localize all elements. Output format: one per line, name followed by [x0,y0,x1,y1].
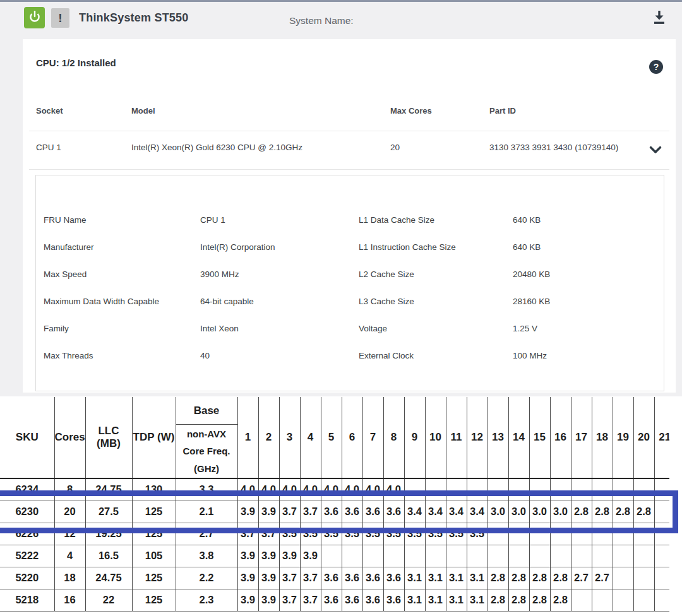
spec-row-5220: 52201824.751252.23.93.93.73.73.63.63.63.… [0,567,669,589]
cpu-row-part-id: 3130 3733 3931 3430 (10739140) [489,143,618,152]
help-button[interactable]: ? [649,60,663,74]
spec-cell: 3.7 [279,567,300,589]
spec-cell: 125 [132,567,176,589]
spec-cell: 3.5 [404,523,425,545]
warning-status-button[interactable]: ! [51,8,69,28]
spec-cell [488,478,508,500]
spec-cell: 3.5 [446,523,467,545]
spec-cell: 3.9 [279,545,300,567]
cpu-row[interactable]: CPU 1 Intel(R) Xeon(R) Gold 6230 CPU @ 2… [23,143,676,157]
spec-cell [508,478,529,500]
spec-cell: 3.5 [383,523,404,545]
spec-cell [592,523,613,545]
spec-header-tdp: TDP (W) [132,397,176,478]
cpu-inventory-card: CPU: 1/2 Installed ? Socket Model Max Co… [23,39,676,393]
spec-cell: 4 [54,545,85,567]
spec-cell: 3.1 [404,589,425,611]
topbar: ! ThinkSystem ST550 System Name: [0,2,682,36]
spec-cell: 125 [132,500,176,523]
spec-col-header: 17 [571,397,592,478]
spec-cell [362,545,383,567]
power-button[interactable] [24,7,45,28]
spec-cell: 16.5 [85,545,132,567]
spec-cell: 3.7 [300,567,321,589]
detail-row: Voltage1.25 V [36,316,664,343]
spec-col-header: 1 [237,397,258,478]
detail-label: L1 Instruction Cache Size [359,242,456,252]
spec-cell: 2.8 [550,567,571,589]
spec-cell: 2.8 [488,567,508,589]
spec-cell: 19.25 [85,523,132,545]
spec-cell: 3.4 [446,500,467,523]
spec-cell: 3.9 [258,500,279,523]
spec-cell: 4.0 [237,478,258,500]
spec-cell [467,478,488,500]
spec-cell: 2.8 [633,500,654,523]
spec-cell: 2.7 [571,567,592,589]
spec-col-header: 3 [279,397,300,478]
spec-cell: 4.0 [258,478,279,500]
spec-cell: 18 [54,567,85,589]
spec-cell [571,478,592,500]
spec-cell: 3.9 [258,589,279,611]
spec-cell: 3.6 [321,567,342,589]
spec-cell: 3.9 [237,545,258,567]
spec-cell: 4.0 [321,478,342,500]
cpu-row-model: Intel(R) Xeon(R) Gold 6230 CPU @ 2.10GHz [131,143,302,152]
spec-cell: 3.7 [300,589,321,611]
spec-cell [446,478,467,500]
spec-cell: 3.0 [488,500,508,523]
spec-cell [550,478,571,500]
spec-cell [529,523,550,545]
spec-cell [633,478,654,500]
spec-cell: 3.7 [237,523,258,545]
spec-cell [550,523,571,545]
spec-col-header: 14 [508,397,529,478]
spec-col-header: 10 [425,397,446,478]
spec-cell: 2.8 [550,589,571,611]
spec-cell: 3.9 [300,545,321,567]
detail-row: External Clock100 MHz [36,343,664,370]
spec-cell [613,545,633,567]
spec-cell: 3.5 [342,523,362,545]
spec-cell: 16 [54,589,85,611]
spec-cell [592,589,613,611]
spec-cell [613,589,633,611]
spec-cell: 105 [132,545,176,567]
column-header-part-id: Part ID [489,106,516,116]
spec-cell [550,545,571,567]
spec-cell: 3.6 [383,500,404,523]
spec-cell: 3.6 [342,500,362,523]
spec-cell [446,545,467,567]
spec-row-6230: 62302027.51252.13.93.93.73.73.63.63.63.6… [0,500,669,523]
spec-cell: 3.7 [279,589,300,611]
spec-cell [404,545,425,567]
spec-cell [633,589,654,611]
spec-col-header: 5 [321,397,342,478]
spec-header-sku: SKU [0,397,54,478]
spec-cell [592,478,613,500]
spec-cell: 2.8 [613,500,633,523]
spec-cell [633,545,654,567]
spec-col-header: 21 [654,397,669,478]
spec-cell: 3.1 [467,567,488,589]
spec-cell: 3.6 [321,589,342,611]
spec-cell: 130 [132,478,176,500]
spec-cell [654,500,669,523]
column-header-model: Model [131,106,155,116]
spec-cell [592,545,613,567]
detail-value: 1.25 V [513,324,537,333]
spec-header-base-label: Base [176,397,237,425]
spec-cell: 6226 [0,523,54,545]
spec-cell: 2.1 [176,500,237,523]
spec-cell: 3.6 [342,567,362,589]
detail-label: Voltage [359,324,387,333]
detail-label: L3 Cache Size [359,297,414,306]
spec-cell [613,478,633,500]
details-right-column: L1 Data Cache Size640 KBL1 Instruction C… [36,207,664,370]
download-button[interactable] [650,9,669,29]
spec-row-6234: 6234824.751303.34.04.04.04.04.04.04.04.0 [0,478,669,500]
collapse-row-button[interactable] [649,145,662,154]
spec-cell: 3.5 [321,523,342,545]
detail-row: L1 Instruction Cache Size640 KB [36,234,664,261]
